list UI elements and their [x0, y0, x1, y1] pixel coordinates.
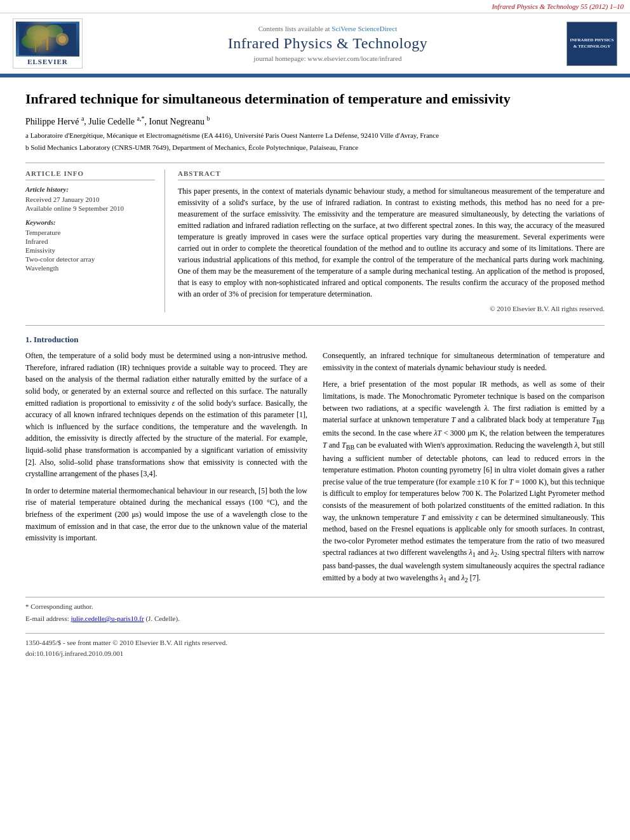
history-label: Article history: — [25, 185, 155, 193]
keyword-3: Emissivity — [25, 246, 155, 254]
issn-line: 1350-4495/$ - see front matter © 2010 El… — [25, 637, 605, 648]
keyword-1: Temperature — [25, 229, 155, 236]
available-date: Available online 9 September 2010 — [25, 204, 155, 212]
journal-header-right: INFRARED PHYSICS & TECHNOLOGY — [566, 22, 624, 66]
elsevier-tree-icon — [19, 23, 76, 55]
intro-heading: 1. Introduction — [25, 335, 605, 345]
journal-citation: Infrared Physics & Technology 55 (2012) … — [492, 3, 624, 10]
svg-point-7 — [58, 36, 66, 43]
received-date: Received 27 January 2010 — [25, 196, 155, 203]
body-separator — [25, 325, 605, 326]
svg-point-1 — [27, 25, 50, 41]
svg-point-3 — [22, 34, 42, 48]
keyword-2: Infrared — [25, 237, 155, 245]
email-link[interactable]: julie.cedelle@u-paris10.fr — [70, 615, 144, 622]
email-note: E-mail address: julie.cedelle@u-paris10.… — [25, 613, 605, 624]
affiliations: a Laboratoire d'Energétique, Mécanique e… — [25, 130, 605, 152]
abstract-text: This paper presents, in the context of m… — [178, 185, 605, 300]
journal-title-display: Infrared Physics & Technology — [97, 35, 559, 52]
elsevier-wordmark: ELSEVIER — [27, 58, 68, 65]
journal-cover-thumbnail: INFRARED PHYSICS & TECHNOLOGY — [566, 22, 617, 66]
affiliation-b: b Solid Mechanics Laboratory (CNRS-UMR 7… — [25, 142, 605, 153]
body-col-left: Often, the temperature of a solid body m… — [25, 350, 307, 590]
svg-point-2 — [45, 25, 63, 37]
abstract-label: ABSTRACT — [178, 170, 605, 180]
keywords-label: Keywords: — [25, 218, 155, 226]
journal-header-left: ELSEVIER — [6, 18, 89, 69]
article-title: Infrared technique for simultaneous dete… — [25, 90, 605, 109]
keyword-5: Wavelength — [25, 264, 155, 272]
abstract-column: ABSTRACT This paper presents, in the con… — [178, 170, 605, 312]
corresponding-author-note: * Corresponding author. — [25, 601, 605, 612]
page-footer: 1350-4495/$ - see front matter © 2010 El… — [25, 633, 605, 658]
keyword-4: Two-color detector array — [25, 255, 155, 263]
intro-p1: Often, the temperature of a solid body m… — [25, 350, 307, 480]
cover-thumb-text: INFRARED PHYSICS & TECHNOLOGY — [570, 37, 614, 49]
affiliation-a: a Laboratoire d'Energétique, Mécanique e… — [25, 130, 605, 141]
svg-rect-5 — [35, 43, 36, 52]
intro-p3: Consequently, an infrared technique for … — [323, 350, 605, 373]
body-two-col: Often, the temperature of a solid body m… — [25, 350, 605, 590]
sciverse-link[interactable]: SciVerse ScienceDirect — [332, 25, 397, 32]
main-content: Infrared technique for simultaneous dete… — [0, 77, 630, 670]
intro-p4: Here, a brief presentation of the most p… — [323, 378, 605, 585]
journal-header: ELSEVIER Contents lists available at Sci… — [0, 13, 630, 75]
article-info-column: ARTICLE INFO Article history: Received 2… — [25, 170, 165, 312]
journal-header-center: Contents lists available at SciVerse Sci… — [97, 25, 559, 62]
intro-p2: In order to determine material thermomec… — [25, 485, 307, 544]
footnote-section: * Corresponding author. E-mail address: … — [25, 597, 605, 624]
copyright-notice: © 2010 Elsevier B.V. All rights reserved… — [178, 305, 605, 312]
elsevier-logo-box: ELSEVIER — [13, 18, 83, 69]
article-info-label: ARTICLE INFO — [25, 170, 155, 180]
journal-top-bar: Infrared Physics & Technology 55 (2012) … — [0, 0, 630, 13]
info-abstract-section: ARTICLE INFO Article history: Received 2… — [25, 163, 605, 312]
svg-rect-4 — [46, 37, 48, 50]
authors-line: Philippe Hervé a, Julie Cedelle a,*, Ion… — [25, 115, 605, 127]
elsevier-logo-img — [16, 22, 79, 57]
doi-line: doi:10.1016/j.infrared.2010.09.001 — [25, 650, 605, 657]
journal-homepage-line: journal homepage: www.elsevier.com/locat… — [97, 55, 559, 62]
sciverse-line: Contents lists available at SciVerse Sci… — [97, 25, 559, 32]
body-col-right: Consequently, an infrared technique for … — [323, 350, 605, 590]
